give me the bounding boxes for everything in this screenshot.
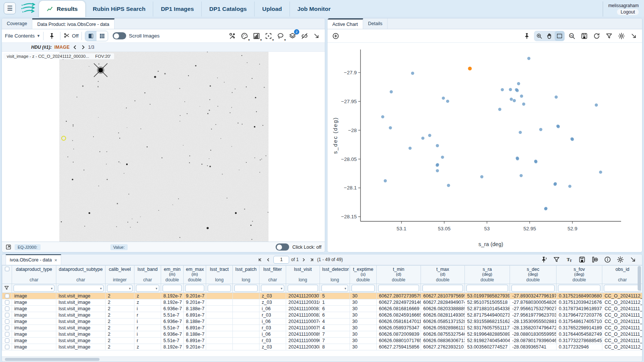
cell-obs_id[interactable]: CC_O_20241112_0 bbox=[602, 293, 642, 299]
row-checkbox[interactable] bbox=[5, 294, 9, 298]
cell-s_fov[interactable]: 0.3178734196189379 bbox=[557, 306, 602, 312]
column-header-obs_id[interactable]: obs_id char bbox=[602, 266, 642, 284]
cell-t_min[interactable]: 60627.28249729146 bbox=[377, 299, 421, 306]
cell-lsst_band[interactable]: r bbox=[134, 312, 161, 318]
cell-calib_level[interactable]: 2 bbox=[106, 299, 134, 306]
cell-s_ra[interactable]: 52.93176057551117 bbox=[465, 325, 510, 331]
cell-t_min[interactable]: 60627.280727395795 bbox=[377, 293, 421, 299]
filter-select-dataproduct_type[interactable]: ▾ bbox=[14, 285, 54, 292]
cell-t_min[interactable]: 60626.08245916665 bbox=[377, 312, 421, 318]
cell-lsst_detector[interactable]: 6 bbox=[320, 306, 350, 312]
prev-page-button[interactable] bbox=[265, 257, 271, 263]
table-tab[interactable]: ivoa.ObsCore - data × bbox=[6, 254, 61, 265]
cell-lsst_tract[interactable] bbox=[206, 344, 233, 350]
cell-t_exptime[interactable]: 30 bbox=[350, 306, 377, 312]
cell-calib_level[interactable]: 2 bbox=[106, 344, 134, 350]
column-header-calib_level[interactable]: calib_level integer bbox=[106, 266, 134, 284]
cell-t_exptime[interactable]: 30 bbox=[350, 293, 377, 299]
select-rect-button[interactable] bbox=[555, 31, 564, 41]
column-header-t_exptime[interactable]: t_exptime (s) double bbox=[350, 266, 377, 284]
cell-dataproduct_subtype[interactable]: lsst.visit_image bbox=[56, 338, 106, 344]
table-row[interactable]: imagelsst.visit_image2i6.936e-78.188e-7i… bbox=[2, 331, 642, 338]
row-checkbox[interactable] bbox=[5, 313, 9, 317]
cell-lsst_visit[interactable]: 2024111200307 bbox=[286, 293, 320, 299]
hdu-next-button[interactable] bbox=[80, 45, 86, 50]
scatter-chart[interactable]: 53.153.055352.9552.9−27.9−27.95−28−28.05… bbox=[327, 43, 642, 252]
layers-button[interactable]: 2 bbox=[287, 31, 298, 41]
cell-lsst_detector[interactable]: 5 bbox=[320, 293, 350, 299]
filter-input-obs_id[interactable] bbox=[604, 285, 641, 292]
cell-lsst_detector[interactable]: 8 bbox=[320, 344, 350, 350]
column-header-lsst_visit[interactable]: lsst_visit long bbox=[286, 266, 320, 284]
cell-em_min[interactable]: 8.192e-7 bbox=[161, 299, 184, 306]
select-all-checkbox[interactable] bbox=[5, 267, 9, 271]
scroll-images-toggle[interactable] bbox=[113, 32, 126, 39]
lasso-button[interactable]: ▾ bbox=[275, 31, 286, 41]
column-header-dataproduct_type[interactable]: dataproduct_type char bbox=[12, 266, 56, 284]
last-page-button[interactable] bbox=[309, 257, 315, 263]
filter-input-s_ra[interactable] bbox=[466, 285, 508, 292]
cell-em_max[interactable]: 9.201e-7 bbox=[184, 299, 206, 306]
table-row[interactable]: imagelsst.visit_image2r5.51e-76.891e-7r_… bbox=[2, 338, 642, 344]
filter-button[interactable] bbox=[551, 254, 562, 265]
cell-dataproduct_type[interactable]: image bbox=[12, 338, 56, 344]
cell-lsst_visit[interactable]: 2024111100082 bbox=[286, 312, 320, 318]
cell-s_fov[interactable]: 0.3175216849036809 bbox=[557, 293, 602, 299]
add-chart-button[interactable] bbox=[330, 31, 341, 41]
save-button[interactable] bbox=[577, 254, 587, 265]
cell-t_exptime[interactable]: 30 bbox=[350, 331, 377, 338]
cell-t_max[interactable]: 60627.28107975695 bbox=[421, 293, 465, 299]
hdu-prev-button[interactable] bbox=[72, 45, 78, 50]
filter-input-t_exptime[interactable] bbox=[351, 285, 375, 292]
cell-lsst_patch[interactable] bbox=[233, 325, 259, 331]
cell-t_min[interactable]: 60627.2759415856 bbox=[377, 344, 421, 350]
cell-s_ra[interactable]: 52.87175449400273 bbox=[465, 312, 510, 318]
filter-select-calib_level[interactable]: ▾ bbox=[107, 285, 133, 292]
cell-lsst_visit[interactable]: 2024111100090 bbox=[286, 338, 320, 344]
image-panel-tab-data-product-ivoa-obscore-data[interactable]: Data Product: ivoa.ObsCore - data bbox=[32, 18, 115, 29]
table-row[interactable]: imagelsst.visit_image2r5.51e-76.891e-7r_… bbox=[2, 312, 642, 318]
filter-button[interactable] bbox=[604, 31, 614, 41]
info-button[interactable] bbox=[602, 254, 613, 265]
cell-dataproduct_subtype[interactable]: lsst.visit_image bbox=[56, 331, 106, 338]
column-header-em_min[interactable]: em_min (m) double bbox=[161, 266, 184, 284]
row-checkbox[interactable] bbox=[5, 332, 9, 336]
cell-em_max[interactable]: 6.891e-7 bbox=[184, 325, 206, 331]
cell-obs_id[interactable]: CC_O_20241112_0 bbox=[602, 299, 642, 306]
page-number-input[interactable] bbox=[273, 256, 289, 264]
cell-em_max[interactable]: 9.201e-7 bbox=[184, 293, 206, 299]
cell-lsst_band[interactable]: i bbox=[134, 306, 161, 312]
cell-dataproduct_type[interactable]: image bbox=[12, 318, 56, 325]
chart-panel-tab-details[interactable]: Details bbox=[363, 18, 388, 29]
filter-input-em_min[interactable] bbox=[163, 285, 182, 292]
cell-t_exptime[interactable]: 30 bbox=[350, 312, 377, 318]
cell-em_min[interactable]: 8.192e-7 bbox=[161, 293, 184, 299]
text-options-button[interactable]: TT bbox=[564, 254, 575, 265]
filter-select-lsst_detector[interactable]: ▾ bbox=[321, 285, 348, 292]
cell-t_max[interactable]: 60626.05851371528 bbox=[421, 318, 465, 325]
row-checkbox[interactable] bbox=[5, 345, 9, 349]
cell-s_ra[interactable]: 52.91982740454004 bbox=[465, 338, 510, 344]
histogram-button[interactable]: ▾ bbox=[251, 31, 262, 41]
gear-button[interactable] bbox=[615, 254, 626, 265]
table-horizontal-scrollbar[interactable] bbox=[2, 356, 642, 362]
cell-lsst_tract[interactable] bbox=[206, 312, 233, 318]
cell-em_min[interactable]: 8.192e-7 bbox=[161, 344, 184, 350]
cell-s_ra[interactable]: 53.0035602774527 bbox=[465, 344, 510, 350]
filter-input-lsst_tract[interactable] bbox=[208, 285, 231, 292]
cell-s_dec[interactable]: -28.135820747964722 bbox=[510, 325, 557, 331]
zoom-in-button[interactable] bbox=[534, 31, 544, 41]
pin-table-button[interactable] bbox=[538, 254, 549, 265]
cell-lsst_tract[interactable] bbox=[206, 299, 233, 306]
cell-s_ra[interactable]: 52.9510751505518 bbox=[465, 299, 510, 306]
cell-calib_level[interactable]: 2 bbox=[106, 312, 134, 318]
cell-calib_level[interactable]: 2 bbox=[106, 325, 134, 331]
cell-obs_id[interactable]: CC_O_20241112_0 bbox=[602, 344, 642, 350]
expand-button[interactable] bbox=[628, 254, 638, 265]
cell-obs_id[interactable]: CC_O_20241111_0 bbox=[602, 331, 642, 338]
click-lock-toggle[interactable] bbox=[276, 243, 289, 251]
cell-lsst_tract[interactable] bbox=[206, 325, 233, 331]
cell-lsst_tract[interactable] bbox=[206, 338, 233, 344]
palette-button[interactable]: ▾ bbox=[239, 31, 250, 41]
logout-button[interactable]: Logout bbox=[617, 9, 639, 15]
